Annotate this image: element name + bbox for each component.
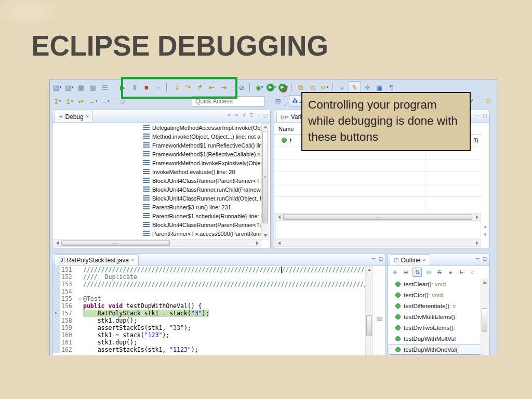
dropdown-arrow-icon[interactable]: ▾ bbox=[59, 85, 61, 89]
debug-misc-button[interactable]: ✳ bbox=[242, 112, 246, 118]
open-folder-button[interactable]: ⧉ bbox=[295, 82, 307, 93]
stack-frame-row[interactable]: Method.invoke(Object, Object...) line: n… bbox=[54, 132, 261, 141]
forward-button[interactable]: →▾ bbox=[99, 96, 111, 107]
stack-frame-row[interactable]: InvokeMethod.evaluate() line: 20 bbox=[54, 167, 261, 176]
tab-ratpolystacktest[interactable]: J RatPolyStackTest.java ✕ bbox=[55, 254, 139, 265]
debug-button[interactable]: ◉▾ bbox=[254, 82, 265, 93]
tab-close-icon[interactable]: ✕ bbox=[422, 258, 426, 262]
stack-frame-row[interactable]: BlockJUnit4ClassRunner.runChild(Framewor… bbox=[54, 185, 261, 194]
minimize-icon[interactable]: ─ bbox=[257, 112, 260, 118]
save-button[interactable]: ▦ bbox=[75, 82, 87, 93]
tab-close-icon[interactable]: ✕ bbox=[86, 114, 89, 119]
scroll-up-icon[interactable] bbox=[483, 281, 487, 284]
overview-ruler-mark[interactable] bbox=[377, 317, 382, 321]
outline-item[interactable]: testCtor() : void bbox=[389, 289, 481, 300]
debug-horizontal-scrollbar[interactable]: ⋯ bbox=[54, 239, 261, 247]
dropdown-arrow-icon[interactable]: ▾ bbox=[71, 85, 73, 89]
outline-item[interactable]: testDifferentiate() : v bbox=[389, 300, 481, 311]
scroll-down-icon[interactable] bbox=[263, 234, 268, 237]
outline-item[interactable]: testDupWithOneVal( bbox=[389, 344, 481, 355]
hide-local-types-icon[interactable]: L bbox=[457, 268, 466, 276]
view-menu-icon[interactable]: ▽ bbox=[468, 268, 476, 276]
outline-item[interactable]: testDivMultiElems() : bbox=[389, 311, 481, 322]
code-text[interactable]: ////////////////////////////////////////… bbox=[83, 266, 365, 273]
debug-vertical-scrollbar[interactable]: ≡ bbox=[261, 123, 269, 240]
outline-item[interactable]: testClear() : void bbox=[389, 278, 481, 289]
scrollbar-thumb[interactable] bbox=[482, 308, 487, 332]
outline-item[interactable]: testDivTwoElems() : bbox=[389, 322, 481, 333]
maximize-icon[interactable]: ◻ bbox=[483, 112, 487, 118]
show-selected-element-button[interactable]: ▣ bbox=[374, 82, 385, 93]
maximize-icon[interactable]: ◻ bbox=[263, 112, 268, 118]
scrollbar-thumb[interactable] bbox=[366, 315, 372, 336]
collapse-all-icon[interactable]: ⊟ bbox=[402, 268, 410, 276]
scroll-up-icon[interactable] bbox=[263, 126, 268, 128]
code-clean-button[interactable]: ✏▾ bbox=[319, 82, 330, 93]
detail-horizontal-scrollbar[interactable] bbox=[275, 239, 481, 247]
show-whitespace-button[interactable]: ¶ bbox=[385, 82, 397, 93]
import-resource-button[interactable]: ⧉ bbox=[483, 95, 494, 107]
stack-frame-row[interactable]: ParentRunner$3.run() line: 231 bbox=[54, 203, 261, 211]
scroll-right-icon[interactable] bbox=[476, 241, 478, 245]
code-text[interactable]: ////////////////////////////////////////… bbox=[83, 281, 365, 288]
stack-frame-row[interactable]: BlockJUnit4ClassRunner(ParentRunner<T>).… bbox=[54, 176, 261, 185]
save-all-button[interactable]: ▩ bbox=[87, 82, 99, 93]
scroll-right-icon[interactable] bbox=[476, 215, 478, 219]
hide-fields-icon[interactable]: ⊘ bbox=[424, 268, 433, 276]
tab-outline[interactable]: ◫ Outline ✕ bbox=[390, 254, 430, 265]
code-text[interactable]: assertStackIs(stk1, "33"); bbox=[83, 324, 191, 331]
variables-horizontal-scrollbar[interactable]: ⋯ bbox=[275, 213, 481, 221]
new-menu-button[interactable]: ▨▾ bbox=[63, 82, 75, 93]
scroll-right-icon[interactable] bbox=[256, 241, 259, 245]
remove-terminated-button[interactable]: ✕ bbox=[227, 112, 231, 118]
fold-marker-icon[interactable]: ⊖ bbox=[77, 295, 83, 302]
focus-icon[interactable]: ✥ bbox=[391, 268, 399, 276]
stack-frame-row[interactable]: DelegatingMethodAccessorImpl.invoke(Obje… bbox=[54, 123, 261, 132]
next-annotation-button[interactable]: ↧▾ bbox=[51, 96, 63, 107]
stack-frame-row[interactable]: FrameworkMethod$1.runReflectiveCall() li… bbox=[54, 141, 261, 150]
variable-empty-row[interactable] bbox=[274, 196, 482, 209]
dropdown-arrow-icon[interactable]: ▾ bbox=[261, 85, 263, 89]
scrollbar-thumb[interactable]: ⋯ bbox=[283, 214, 472, 220]
minimize-icon[interactable]: ─ bbox=[476, 256, 480, 261]
minimize-icon[interactable]: ─ bbox=[476, 112, 480, 118]
stack-frame-row[interactable]: ParentRunner$1.schedule(Runnable) line: … bbox=[54, 211, 261, 220]
scroll-left-icon[interactable] bbox=[278, 241, 281, 245]
dropdown-arrow-icon[interactable]: ▾ bbox=[71, 99, 73, 103]
stack-frame-row[interactable]: FrameworkMethod$1(ReflectiveCallable).ru… bbox=[54, 150, 261, 158]
search-button[interactable]: ⌕ bbox=[337, 82, 348, 93]
outline-item[interactable]: testDupWithTwoVal( bbox=[389, 355, 481, 355]
code-text[interactable]: stk1 = stack("123"); bbox=[83, 331, 169, 339]
skip-all-breakpoints-button[interactable]: ⊘ bbox=[236, 82, 247, 93]
dropdown-arrow-icon[interactable]: ▾ bbox=[59, 99, 61, 103]
code-text[interactable]: RatPolyStack stk1 = stack("3"); bbox=[83, 310, 209, 317]
scroll-down-icon[interactable]: ▾ bbox=[484, 231, 487, 238]
variable-empty-row[interactable] bbox=[274, 159, 482, 172]
new-wizard-button[interactable]: ▧▾ bbox=[51, 82, 63, 93]
outline-vertical-scrollbar[interactable] bbox=[481, 278, 488, 355]
scrollbar-thumb[interactable]: ⋯ bbox=[61, 240, 170, 246]
code-text[interactable]: stk1.dup(); bbox=[83, 317, 137, 324]
code-text[interactable]: assertStackIs(stk1, "1123"); bbox=[83, 346, 198, 353]
external-tools-button[interactable]: ❖ bbox=[362, 82, 373, 93]
code-text[interactable]: @Test bbox=[83, 295, 101, 302]
scrollbar-thumb[interactable]: ≡ bbox=[262, 131, 268, 223]
dropdown-arrow-icon[interactable]: ▾ bbox=[327, 85, 329, 89]
resume-gray-button[interactable]: ⇨ bbox=[234, 112, 238, 118]
print-button[interactable]: ☰ bbox=[99, 82, 111, 93]
open-perspective-button[interactable]: ⊞ bbox=[272, 95, 284, 107]
code-text[interactable]: stk1.dup(); bbox=[83, 339, 137, 346]
coverage-button[interactable]: ▶▾ bbox=[277, 82, 289, 93]
sort-alphabetical-icon[interactable]: ⇅ bbox=[413, 268, 422, 277]
hide-static-icon[interactable]: S bbox=[435, 268, 444, 276]
run-button[interactable]: ▶▾ bbox=[265, 82, 277, 93]
last-edit-location-button[interactable]: ↫ bbox=[75, 96, 87, 107]
minimize-icon[interactable]: ─ bbox=[372, 256, 376, 261]
maximize-icon[interactable]: ◻ bbox=[379, 256, 383, 261]
scroll-up-icon[interactable]: ▴ bbox=[484, 223, 487, 230]
overview-ruler[interactable] bbox=[375, 266, 384, 355]
stack-frame-row[interactable]: FrameworkMethod.invokeExplosively(Object… bbox=[54, 158, 261, 167]
scroll-left-icon[interactable] bbox=[278, 215, 281, 219]
tab-close-icon[interactable]: ✕ bbox=[131, 258, 135, 262]
open-folder-alt-button[interactable]: ⧉ bbox=[307, 82, 318, 93]
